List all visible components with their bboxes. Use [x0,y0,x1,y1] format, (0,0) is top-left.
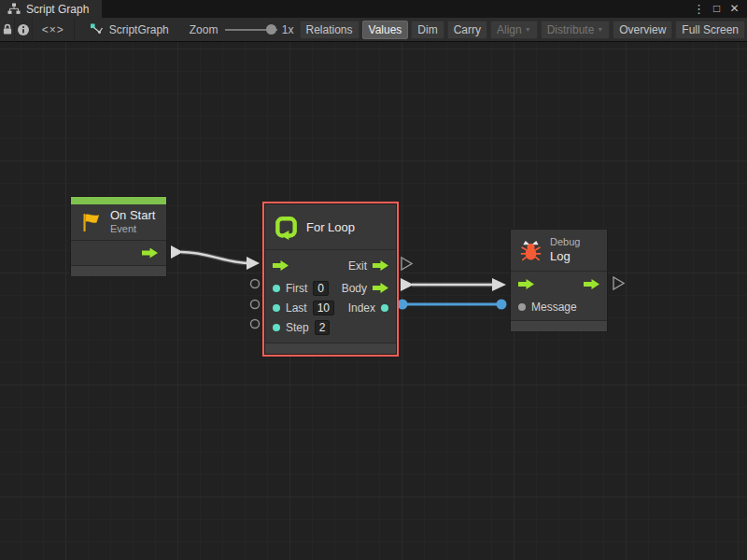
message-input-port[interactable] [518,303,526,311]
relations-button[interactable]: Relations [300,21,359,39]
port-row-step: Step 2 [265,317,396,337]
carry-label: Carry [454,23,481,36]
flag-icon [79,211,103,234]
debug-log-ports: Message [511,271,607,320]
port-row-last-index: Last 10 Index [265,298,396,317]
node-on-start[interactable]: On Start Event [70,196,167,277]
port-row-debug-flow [511,272,607,297]
for-loop-footer [265,343,396,354]
trigger-input-port[interactable] [518,279,534,289]
toolbar-buttons: Relations Values Dim Carry Align ▼ Distr… [300,21,747,39]
last-input-port[interactable] [273,304,280,312]
zoom-label: Zoom [190,23,218,36]
index-output-port[interactable] [381,304,388,312]
step-input-port[interactable] [273,324,280,331]
tab-script-graph[interactable]: Script Graph [0,0,102,18]
debug-log-header: Debug Log [511,230,607,271]
code-preview-label: <×> [42,23,64,36]
distribute-label: Distribute [547,23,595,36]
loop-icon [274,215,299,240]
hierarchy-icon [7,3,21,15]
overview-label: Overview [619,23,666,36]
lock-icon [2,23,13,35]
debug-log-footer [511,320,607,331]
lock-button[interactable] [0,18,15,42]
first-value-field[interactable]: 0 [313,281,329,296]
info-icon [17,23,30,36]
first-input-port[interactable] [273,285,280,292]
align-button[interactable]: Align ▼ [490,21,538,39]
tab-title: Script Graph [26,3,89,16]
on-start-footer [71,265,166,276]
port-row-enter-exit: Exit [265,253,396,278]
zoom-slider[interactable] [225,18,276,42]
index-port-label: Index [348,301,375,315]
connection-onstart-to-forloop[interactable] [171,245,260,270]
step-port-label: Step [286,321,309,334]
exit-output-port[interactable] [373,260,388,271]
graph-reference[interactable]: ScriptGraph [82,22,176,36]
unconnected-port-exit[interactable] [402,258,412,270]
code-preview-button[interactable]: <×> [33,18,75,42]
debug-log-category: Debug [550,236,580,249]
unconnected-port-last[interactable] [251,301,260,309]
connection-index-to-message[interactable] [398,300,507,310]
graph-toolbar: <×> ScriptGraph Zoom 1x Relations Values… [0,18,747,42]
last-port-label: Last [286,301,307,315]
message-port-label: Message [531,301,577,314]
connection-body-to-debuglog[interactable] [401,278,506,291]
debug-log-title: Log [550,249,580,264]
overview-button[interactable]: Overview [613,21,672,39]
zoom-slider-handle[interactable] [266,24,276,35]
full-screen-button[interactable]: Full Screen [675,21,745,39]
trigger-output-port[interactable] [142,248,158,259]
dim-label: Dim [417,23,437,36]
step-value-field[interactable]: 2 [315,320,331,335]
info-button[interactable] [15,18,33,42]
unconnected-port-debug-out[interactable] [613,277,624,289]
on-start-header: On Start Event [71,204,166,240]
dim-button[interactable]: Dim [411,21,444,39]
node-for-loop[interactable]: For Loop Exit First 0 Body Last 10 [264,203,397,355]
full-screen-label: Full Screen [682,23,739,36]
on-start-output-row [71,240,166,265]
on-start-subtitle: Event [110,223,155,236]
node-debug-log[interactable]: Debug Log Message [510,229,608,332]
for-loop-title: For Loop [306,220,355,234]
body-port-label: Body [342,282,367,295]
script-graph-icon [90,22,104,36]
align-label: Align [497,23,522,36]
relations-label: Relations [306,23,353,36]
distribute-button[interactable]: Distribute ▼ [541,21,611,39]
zoom-value: 1x [282,23,294,36]
trigger-output-port[interactable] [584,279,599,289]
unconnected-port-first[interactable] [251,280,260,288]
for-loop-header: For Loop [265,204,396,249]
values-button[interactable]: Values [362,21,409,39]
unconnected-port-step[interactable] [251,320,260,329]
chevron-down-icon: ▼ [597,26,603,33]
window-maximize-button[interactable]: □ [709,0,725,18]
first-port-label: First [286,282,307,295]
trigger-input-port[interactable] [273,260,289,271]
bug-icon [519,238,543,262]
body-output-port[interactable] [373,283,388,293]
for-loop-ports: Exit First 0 Body Last 10 Index [265,249,396,343]
window-controls: ⋮ □ ✕ [691,0,747,18]
port-row-first-body: First 0 Body [265,278,396,298]
values-label: Values [369,23,402,36]
last-value-field[interactable]: 10 [313,301,334,315]
title-bar: Script Graph ⋮ □ ✕ [0,0,747,18]
carry-button[interactable]: Carry [447,21,487,39]
event-accent-bar [71,197,166,204]
chevron-down-icon: ▼ [525,26,531,33]
exit-port-label: Exit [348,259,367,273]
window-menu-button[interactable]: ⋮ [691,0,707,18]
on-start-title: On Start [110,208,155,223]
graph-name: ScriptGraph [109,23,169,36]
port-row-message: Message [511,297,607,316]
window-close-button[interactable]: ✕ [726,0,742,18]
graph-canvas[interactable]: On Start Event For Loop Exit [0,42,747,560]
